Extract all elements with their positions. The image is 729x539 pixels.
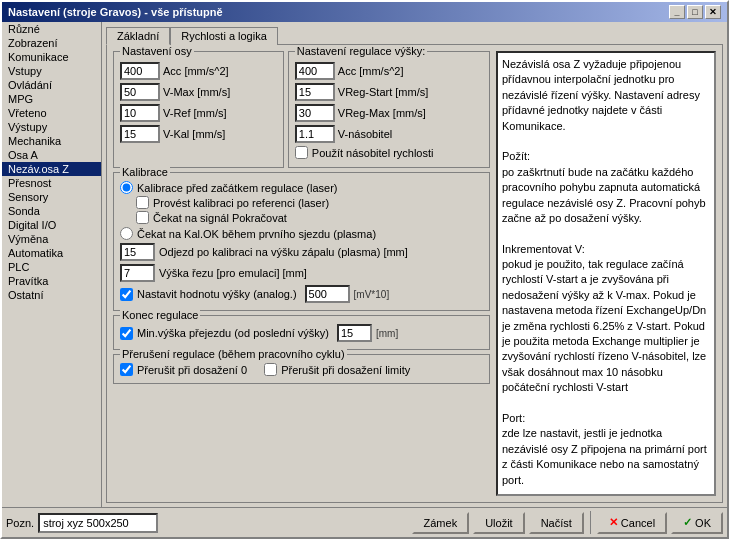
vref-input[interactable]	[120, 104, 160, 122]
sidebar-item-nezav-osa-z[interactable]: Nezáv.osa Z	[2, 162, 101, 176]
titlebar-buttons: _ □ ✕	[669, 5, 721, 19]
preruseni-label2: Přerušit při dosažení limity	[281, 364, 410, 376]
calib-check1-row: Provést kalibraci po referenci (laser)	[120, 196, 483, 209]
sidebar-item-mpg[interactable]: MPG	[2, 92, 101, 106]
sidebar-item-osa-a[interactable]: Osa A	[2, 148, 101, 162]
vnasobitel-input[interactable]	[295, 125, 335, 143]
calib-check3[interactable]	[120, 288, 133, 301]
preruseni-check1[interactable]	[120, 363, 133, 376]
acc-input[interactable]	[120, 62, 160, 80]
calib-radio2[interactable]	[120, 227, 133, 240]
vnasobitel-row: V-násobitel	[295, 125, 483, 143]
nastaveni-regulace-title: Nastavení regulace výšky:	[295, 45, 427, 57]
calib-analog-row: Nastavit hodnotu výšky (analog.) [mV*10]	[120, 285, 483, 303]
tab-zakladni[interactable]: Základní	[106, 27, 170, 45]
sidebar-item-digital-io[interactable]: Digital I/O	[2, 218, 101, 232]
calib-check1[interactable]	[136, 196, 149, 209]
sidebar-item-mechanika[interactable]: Mechanika	[2, 134, 101, 148]
calib-field2-input[interactable]	[120, 264, 155, 282]
ok-check-icon: ✓	[683, 516, 692, 529]
nastaveni-regulace-group: Nastavení regulace výšky: Acc [mm/s^2] V…	[288, 51, 490, 168]
konec-regulace-group: Konec regulace Min.výška přejezdu (od po…	[113, 315, 490, 350]
pozn-input[interactable]	[38, 513, 158, 533]
calib-field1-input[interactable]	[120, 243, 155, 261]
sidebar-item-vreteno[interactable]: Vřeteno	[2, 106, 101, 120]
vreg-max-input[interactable]	[295, 104, 335, 122]
nacist-button[interactable]: Načíst	[529, 512, 584, 534]
preruseni-check2[interactable]	[264, 363, 277, 376]
konec-regulace-label: Min.výška přejezdu (od poslední výšky)	[137, 327, 329, 339]
calib-field2-row: Výška řezu [pro emulaci] [mm]	[120, 264, 483, 282]
kalibrace-group: Kalibrace Kalibrace před začátkem regula…	[113, 172, 490, 311]
vreg-start-input[interactable]	[295, 83, 335, 101]
sidebar-item-ovladani[interactable]: Ovládání	[2, 78, 101, 92]
sidebar-item-pravitka[interactable]: Pravítka	[2, 274, 101, 288]
tab-rychlosti[interactable]: Rychlosti a logika	[170, 27, 278, 45]
sidebar-item-komunikace[interactable]: Komunikace	[2, 50, 101, 64]
tab-bar: Základní Rychlosti a logika	[106, 26, 723, 44]
sidebar-item-sensory[interactable]: Sensory	[2, 190, 101, 204]
konec-regulace-check[interactable]	[120, 327, 133, 340]
pouzit-nasobitel-label: Použít násobitel rychlosti	[312, 147, 434, 159]
vreg-start-row: VReg-Start [mm/s]	[295, 83, 483, 101]
calib-check1-label: Provést kalibraci po referenci (laser)	[153, 197, 329, 209]
tab-content-zakladni: Nastavení osy Acc [mm/s^2] V-Max [mm/s]	[106, 44, 723, 503]
vmax-row: V-Max [mm/s]	[120, 83, 277, 101]
kalibrace-title: Kalibrace	[120, 166, 170, 178]
sidebar: Různé Zobrazení Komunikace Vstupy Ovládá…	[2, 22, 102, 507]
calib-radio1[interactable]	[120, 181, 133, 194]
sidebar-item-plc[interactable]: PLC	[2, 260, 101, 274]
vmax-input[interactable]	[120, 83, 160, 101]
calib-analog-unit: [mV*10]	[354, 289, 390, 300]
main-content: Základní Rychlosti a logika Nastavení os…	[102, 22, 727, 507]
sidebar-item-ruzne[interactable]: Různé	[2, 22, 101, 36]
sidebar-item-vstupy[interactable]: Vstupy	[2, 64, 101, 78]
sidebar-item-automatika[interactable]: Automatika	[2, 246, 101, 260]
calib-field2-label: Výška řezu [pro emulaci] [mm]	[159, 267, 307, 279]
calib-analog-input[interactable]	[305, 285, 350, 303]
vkal-input[interactable]	[120, 125, 160, 143]
ok-button[interactable]: ✓ OK	[671, 512, 723, 534]
sidebar-item-presnost[interactable]: Přesnost	[2, 176, 101, 190]
sidebar-item-zobrazeni[interactable]: Zobrazení	[2, 36, 101, 50]
cancel-button[interactable]: ✕ Cancel	[597, 512, 667, 534]
ulozit-button[interactable]: Uložit	[473, 512, 525, 534]
acc-label: Acc [mm/s^2]	[163, 65, 229, 77]
bottom-bar: Pozn. Zámek Uložit Načíst ✕ Cancel ✓ OK	[2, 507, 727, 537]
info-panel: Nezávislá osa Z vyžaduje připojenou příd…	[496, 51, 716, 496]
reg-acc-row: Acc [mm/s^2]	[295, 62, 483, 80]
vkal-label: V-Kal [mm/s]	[163, 128, 225, 140]
sidebar-item-sonda[interactable]: Sonda	[2, 204, 101, 218]
separator	[590, 511, 591, 534]
vref-row: V-Ref [mm/s]	[120, 104, 277, 122]
close-button[interactable]: ✕	[705, 5, 721, 19]
calib-field1-row: Odjezd po kalibraci na výšku zápalu (pla…	[120, 243, 483, 261]
preruseni-group: Přerušení regulace (během pracovního cyk…	[113, 354, 490, 384]
calib-check2[interactable]	[136, 211, 149, 224]
vreg-max-row: VReg-Max [mm/s]	[295, 104, 483, 122]
vreg-start-label: VReg-Start [mm/s]	[338, 86, 428, 98]
preruseni-title: Přerušení regulace (během pracovního cyk…	[120, 348, 347, 360]
vmax-label: V-Max [mm/s]	[163, 86, 230, 98]
window-title: Nastavení (stroje Gravos) - vše přístupn…	[8, 6, 223, 18]
maximize-button[interactable]: □	[687, 5, 703, 19]
konec-regulace-title: Konec regulace	[120, 309, 200, 321]
zamek-button[interactable]: Zámek	[412, 512, 470, 534]
calib-radio2-row: Čekat na Kal.OK během prvního sjezdu (pl…	[120, 227, 483, 240]
konec-regulace-input[interactable]	[337, 324, 372, 342]
top-panels: Nastavení osy Acc [mm/s^2] V-Max [mm/s]	[113, 51, 490, 168]
titlebar: Nastavení (stroje Gravos) - vše přístupn…	[2, 2, 727, 22]
minimize-button[interactable]: _	[669, 5, 685, 19]
pouzit-nasobitel-check[interactable]	[295, 146, 308, 159]
sidebar-item-ostatni[interactable]: Ostatní	[2, 288, 101, 302]
preruseni-row: Přerušit při dosažení 0 Přerušit při dos…	[120, 363, 483, 376]
calib-radio1-row: Kalibrace před začátkem regulace (laser)	[120, 181, 483, 194]
left-column: Nastavení osy Acc [mm/s^2] V-Max [mm/s]	[113, 51, 490, 496]
reg-acc-input[interactable]	[295, 62, 335, 80]
calib-radio1-label: Kalibrace před začátkem regulace (laser)	[137, 182, 338, 194]
sidebar-item-vymena[interactable]: Výměna	[2, 232, 101, 246]
main-window: Nastavení (stroje Gravos) - vše přístupn…	[0, 0, 729, 539]
pozn-label: Pozn.	[6, 517, 34, 529]
sidebar-item-vystupy[interactable]: Výstupy	[2, 120, 101, 134]
nastaveni-osy-group: Nastavení osy Acc [mm/s^2] V-Max [mm/s]	[113, 51, 284, 168]
